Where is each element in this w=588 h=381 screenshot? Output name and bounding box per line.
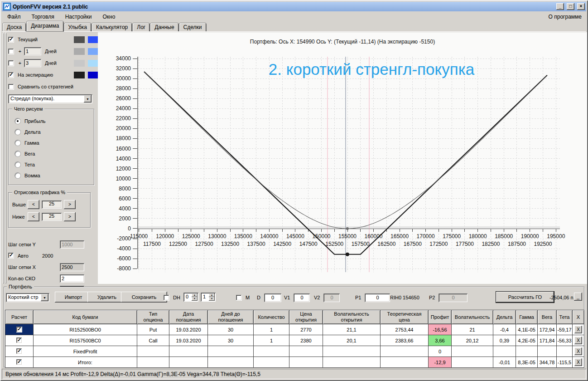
table-cell[interactable]: -115,5	[557, 357, 573, 368]
table-cell[interactable]	[323, 357, 381, 368]
tab-deals[interactable]: Сделки	[179, 23, 206, 31]
days1-input[interactable]	[24, 47, 41, 55]
column-header[interactable]: X	[573, 310, 584, 324]
column-header[interactable]: Цена открытия	[289, 310, 323, 324]
table-cell[interactable]	[289, 346, 323, 357]
calc-checkbox-cell[interactable]	[5, 346, 34, 357]
p2-input[interactable]	[439, 293, 468, 302]
v1-input[interactable]	[294, 293, 310, 302]
decrease-button[interactable]: <	[28, 200, 39, 209]
chevron-down-icon[interactable]: ▼	[41, 294, 48, 301]
import-button[interactable]: Импорт	[55, 292, 92, 303]
table-cell[interactable]: 1	[254, 324, 289, 335]
table-cell[interactable]: 171,84	[538, 335, 557, 346]
table-cell[interactable]: 20,1	[323, 335, 381, 346]
row-close-button[interactable]: X	[574, 326, 582, 333]
table-cell[interactable]: Put	[137, 324, 169, 335]
column-header[interactable]: Тип опциона	[137, 310, 169, 324]
table-cell[interactable]: -59,17	[557, 324, 573, 335]
expiration-checkbox[interactable]	[8, 72, 14, 78]
column-header[interactable]: Количество	[254, 310, 289, 324]
radio-theta[interactable]: Тета	[15, 159, 94, 170]
menu-settings[interactable]: Настройки	[60, 12, 97, 21]
table-cell[interactable]: 2753,44	[381, 324, 429, 335]
column-header[interactable]: Дата погашения	[169, 310, 208, 324]
menu-about[interactable]: О программе	[544, 12, 586, 21]
radio-gamma[interactable]: Гамма	[15, 137, 94, 148]
minimize-icon[interactable]: _	[556, 3, 564, 10]
strategy-dropdown[interactable]: Стреддл (покупка). ▼	[8, 94, 92, 103]
column-header[interactable]: Дельта	[493, 310, 516, 324]
chevron-down-icon[interactable]: ▼	[84, 95, 92, 103]
column-header[interactable]: Код бумаги	[34, 310, 137, 324]
auto-checkbox[interactable]	[8, 253, 14, 259]
panel-grip[interactable]	[5, 33, 6, 283]
d-input[interactable]	[264, 293, 281, 302]
table-cell[interactable]	[208, 357, 254, 368]
radio-icon[interactable]	[15, 118, 20, 124]
spin-up-icon[interactable]: ▲	[192, 293, 198, 297]
column-header[interactable]: Расчет	[5, 310, 34, 324]
tab-calculator[interactable]: Калькулятор	[92, 23, 132, 31]
table-cell[interactable]: RI152500BO0	[34, 324, 137, 335]
table-cell[interactable]: 172,94	[538, 324, 557, 335]
collapse-button[interactable]: _	[574, 293, 582, 301]
table-cell[interactable]: 19.03.2020	[169, 324, 208, 335]
table-cell[interactable]	[381, 346, 429, 357]
radio-icon[interactable]	[15, 162, 20, 167]
table-cell[interactable]	[538, 346, 557, 357]
color-swatch[interactable]	[74, 72, 85, 78]
tab-diagram[interactable]: Диаграмма	[27, 21, 63, 31]
table-cell[interactable]	[557, 346, 573, 357]
column-header[interactable]: Теоретическая цена	[381, 310, 429, 324]
color-swatch[interactable]	[74, 36, 85, 43]
table-cell[interactable]: 1	[254, 335, 289, 346]
color-swatch[interactable]	[88, 60, 99, 67]
column-header[interactable]: Тета	[557, 310, 573, 324]
table-cell[interactable]: 20,12	[452, 335, 493, 346]
increase-button[interactable]: >	[64, 200, 76, 209]
table-cell[interactable]: -0,4	[493, 324, 516, 335]
plus3-checkbox[interactable]	[8, 60, 14, 66]
calc-checkbox-cell[interactable]	[5, 335, 34, 346]
table-cell[interactable]	[323, 346, 381, 357]
tab-log[interactable]: Лог	[133, 23, 149, 31]
table-cell[interactable]: 2770	[289, 324, 323, 335]
table-cell[interactable]: RI157500BC0	[34, 335, 137, 346]
table-cell[interactable]: 0	[429, 346, 452, 357]
radio-icon[interactable]	[15, 129, 20, 135]
table-cell[interactable]: 3,66	[429, 335, 452, 346]
table-cell[interactable]	[137, 346, 169, 357]
row-close-button[interactable]: X	[574, 347, 582, 355]
table-cell[interactable]: -0,01	[493, 357, 516, 368]
spin-up-icon[interactable]: ▲	[209, 293, 215, 297]
spin-down-icon[interactable]: ▼	[192, 297, 198, 301]
table-cell[interactable]	[208, 346, 254, 357]
table-cell[interactable]: 21,1	[323, 324, 381, 335]
table-cell[interactable]: FixedProfit	[34, 346, 137, 357]
table-cell[interactable]: -56,33	[557, 335, 573, 346]
table-cell[interactable]: 21	[452, 324, 493, 335]
row-close-button[interactable]: X	[574, 358, 582, 366]
table-cell[interactable]	[137, 357, 169, 368]
menu-file[interactable]: Файл	[2, 12, 26, 21]
table-cell[interactable]: 8,3E-05	[516, 357, 538, 368]
calc-checkbox-cell[interactable]	[5, 324, 34, 335]
radio-vomma[interactable]: Вомма	[15, 170, 94, 181]
table-cell[interactable]: -16,56	[429, 324, 452, 335]
radio-profit[interactable]: Прибыль	[15, 116, 94, 127]
dh-checkbox[interactable]	[164, 295, 169, 301]
radio-delta[interactable]: Дельта	[15, 127, 94, 137]
tab-board[interactable]: Доска	[3, 23, 26, 31]
compare-strategy-checkbox[interactable]	[8, 84, 14, 90]
color-swatch[interactable]	[88, 36, 99, 43]
color-swatch[interactable]	[74, 48, 85, 55]
panel-grip[interactable]	[3, 33, 4, 283]
table-cell[interactable]: Итого:	[34, 357, 137, 368]
tab-data[interactable]: Данные	[150, 23, 178, 31]
calc-checkbox-cell[interactable]	[5, 357, 34, 368]
column-header[interactable]: Волатильность открытия	[323, 310, 381, 324]
table-cell[interactable]: 0,39	[493, 335, 516, 346]
close-icon[interactable]: ×	[577, 3, 585, 10]
table-cell[interactable]: 4,1E-05	[516, 324, 538, 335]
